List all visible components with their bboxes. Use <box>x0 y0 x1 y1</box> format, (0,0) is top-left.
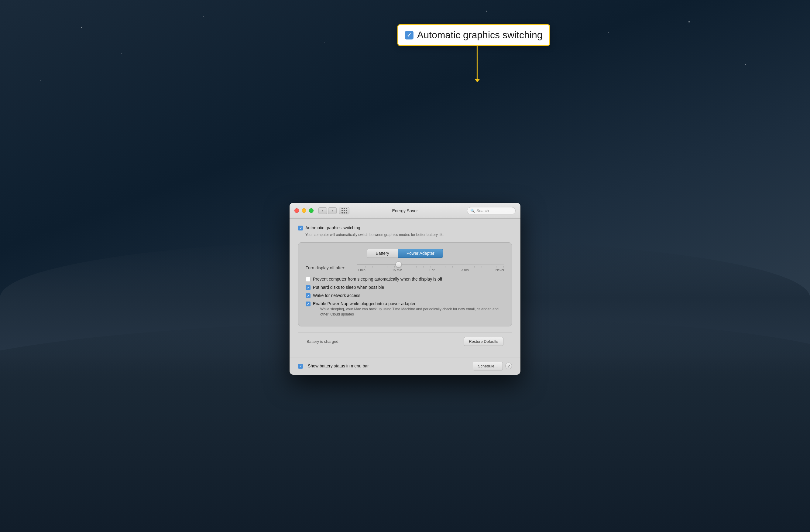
show-battery-row: Show battery status in menu bar <box>298 364 369 369</box>
show-battery-label: Show battery status in menu bar <box>308 364 369 368</box>
slider-label-never: Never <box>496 268 504 272</box>
slider-tick <box>387 266 387 267</box>
wake-network-row: Wake for network access <box>306 293 504 298</box>
slider-label-3hrs: 3 hrs <box>461 268 469 272</box>
slider-tick <box>467 266 467 267</box>
hard-disks-label: Put hard disks to sleep when possible <box>313 285 384 290</box>
slider-label: Turn display off after: <box>306 265 357 270</box>
slider-tick <box>372 266 373 267</box>
checkboxes-section: Prevent computer from sleeping automatic… <box>306 277 504 317</box>
grid-dot <box>341 212 343 214</box>
slider-ticks <box>357 266 504 267</box>
close-button[interactable] <box>294 208 299 213</box>
power-nap-content: Enable Power Nap while plugged into a po… <box>313 301 504 317</box>
window-content: Automatic graphics switching Your comput… <box>290 219 520 356</box>
maximize-button[interactable] <box>309 208 313 213</box>
slider-tick <box>452 266 453 267</box>
auto-graphics-description: Your computer will automatically switch … <box>305 232 512 237</box>
slider-label-1hr: 1 hr <box>429 268 435 272</box>
wake-network-checkbox[interactable] <box>306 293 310 298</box>
minimize-button[interactable] <box>302 208 306 213</box>
window-title: Energy Saver <box>392 208 418 213</box>
slider-track-filled <box>357 264 399 265</box>
power-nap-row: Enable Power Nap while plugged into a po… <box>306 301 504 317</box>
window-footer: Battery is charged. Restore Defaults <box>298 333 512 350</box>
bottom-bar: Show battery status in menu bar Schedule… <box>290 357 520 375</box>
power-nap-label: Enable Power Nap while plugged into a po… <box>313 301 504 306</box>
auto-graphics-checkbox[interactable] <box>298 226 303 231</box>
search-placeholder: Search <box>476 208 489 213</box>
nav-buttons: ‹ › <box>319 207 337 214</box>
annotation-label: Automatic graphics switching <box>417 30 542 41</box>
slider-labels: 1 min 15 min 1 hr 3 hrs Never <box>357 268 504 272</box>
annotation-arrow <box>477 46 477 82</box>
slider-label-1min: 1 min <box>357 268 366 272</box>
back-button[interactable]: ‹ <box>319 207 327 214</box>
power-nap-description: While sleeping, your Mac can back up usi… <box>320 307 504 317</box>
restore-defaults-button[interactable]: Restore Defaults <box>464 337 503 346</box>
tab-battery[interactable]: Battery <box>367 249 398 258</box>
slider-tick <box>489 266 489 267</box>
show-battery-checkbox[interactable] <box>298 364 303 369</box>
grid-view-button[interactable] <box>339 207 350 214</box>
slider-tick <box>402 266 402 267</box>
grid-dot <box>346 210 347 211</box>
auto-graphics-row: Automatic graphics switching <box>298 225 512 231</box>
slider-tick <box>503 266 504 267</box>
slider-tick <box>431 266 431 267</box>
energy-saver-window: ‹ › Energy Saver 🔍 Search <box>290 203 520 375</box>
slider-tick <box>365 266 366 267</box>
search-field[interactable]: 🔍 Search <box>467 207 516 214</box>
slider-tick <box>482 266 482 267</box>
title-bar: ‹ › Energy Saver 🔍 Search <box>290 203 520 219</box>
schedule-button[interactable]: Schedule... <box>473 362 503 370</box>
slider-thumb[interactable] <box>395 262 402 267</box>
annotation-callout: Automatic graphics switching <box>398 24 550 46</box>
battery-status: Battery is charged. <box>307 339 339 344</box>
slider-tick <box>380 266 380 267</box>
help-button[interactable]: ? <box>505 363 512 369</box>
slider-tick <box>438 266 438 267</box>
traffic-lights <box>294 208 313 213</box>
slider-tick <box>496 266 497 267</box>
slider-label-15min: 15 min <box>392 268 402 272</box>
bottom-right-actions: Schedule... ? <box>473 362 512 370</box>
prevent-sleep-label: Prevent computer from sleeping automatic… <box>313 277 442 282</box>
prevent-sleep-checkbox[interactable] <box>306 277 310 282</box>
grid-dot <box>346 208 347 209</box>
annotation-checkbox-icon <box>405 31 414 39</box>
prevent-sleep-row: Prevent computer from sleeping automatic… <box>306 277 504 282</box>
slider-tick <box>416 266 417 267</box>
power-settings-panel: Battery Power Adapter Turn display off a… <box>298 242 512 327</box>
grid-dot <box>344 210 345 211</box>
auto-graphics-label: Automatic graphics switching <box>305 225 360 230</box>
grid-dots-icon <box>341 208 347 214</box>
tab-group: Battery Power Adapter <box>306 249 504 258</box>
slider-tick <box>445 266 446 267</box>
grid-dot <box>341 210 343 211</box>
slider-tick <box>358 266 358 267</box>
slider-track[interactable] <box>357 264 504 265</box>
hard-disks-row: Put hard disks to sleep when possible <box>306 285 504 290</box>
slider-wrapper: 1 min 15 min 1 hr 3 hrs Never <box>357 264 504 272</box>
search-icon: 🔍 <box>470 209 475 213</box>
grid-dot <box>346 212 347 214</box>
slider-tick <box>394 266 395 267</box>
forward-button[interactable]: › <box>328 207 337 214</box>
grid-dot <box>344 212 345 214</box>
hard-disks-checkbox[interactable] <box>306 285 310 290</box>
annotation-box: Automatic graphics switching <box>398 24 550 46</box>
wake-network-label: Wake for network access <box>313 293 360 298</box>
slider-tick <box>460 266 460 267</box>
grid-dot <box>344 208 345 209</box>
tab-power-adapter[interactable]: Power Adapter <box>398 249 443 258</box>
grid-dot <box>341 208 343 209</box>
power-nap-checkbox[interactable] <box>306 301 310 306</box>
display-off-slider-row: Turn display off after: <box>306 264 504 272</box>
